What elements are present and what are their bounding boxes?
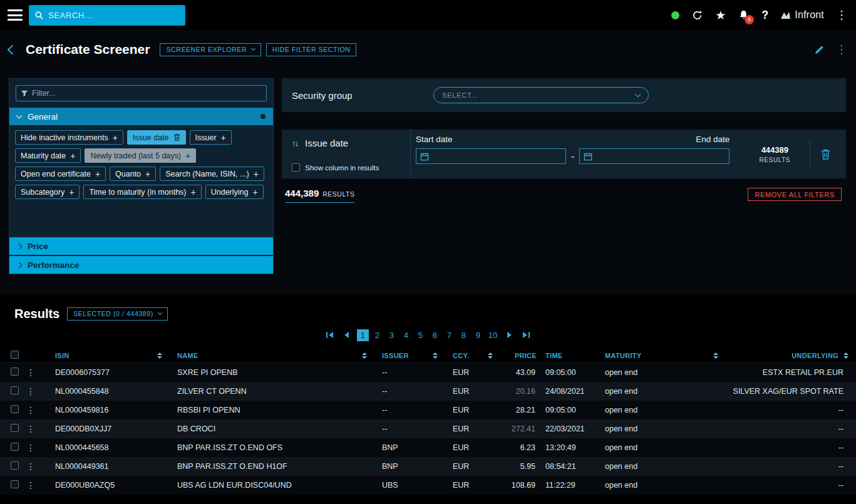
cell-maturity: open end (600, 387, 722, 396)
remove-issue-date-filter-icon[interactable] (810, 130, 840, 178)
hamburger-menu-icon[interactable] (8, 9, 23, 21)
row-checkbox[interactable] (11, 480, 19, 488)
row-checkbox[interactable] (11, 424, 19, 432)
table-row[interactable]: ⋮NL0000455848ZILVER CT OPENN--EUR20.1624… (0, 382, 856, 401)
start-date-input[interactable] (416, 148, 566, 164)
table-row[interactable]: ⋮DE000DB0XJJ7DB CROCI--EUR272.4122/03/20… (0, 419, 856, 438)
hide-filter-section-button[interactable]: HIDE FILTER SECTION (266, 43, 356, 56)
filter-chip-issuer[interactable]: Issuer+ (190, 130, 232, 145)
filter-chip-time-to-maturity-in-months[interactable]: Time to maturity (in months)+ (83, 185, 201, 199)
cell-isin: NL0000455848 (44, 387, 166, 396)
section-general[interactable]: General (9, 108, 273, 125)
page-button-7[interactable]: 7 (443, 329, 455, 341)
reorder-sort-icon[interactable]: ↑↓ (292, 138, 297, 148)
section-price[interactable]: Price (9, 237, 273, 255)
section-performance[interactable]: Performance (9, 256, 273, 274)
filter-chip-subcategory[interactable]: Subcategory+ (15, 185, 80, 199)
column-header-ccy[interactable]: CCY. (441, 352, 497, 359)
row-menu-icon[interactable]: ⋮ (26, 480, 35, 490)
show-column-checkbox[interactable]: Show column in results (292, 163, 400, 172)
filter-chip-search-name-isin[interactable]: Search (Name, ISIN, ...)+ (160, 167, 264, 181)
table-row[interactable]: ⋮DE0006075377SXRE PI OPENB--EUR43.0909:0… (0, 363, 856, 382)
pagination-pages: 12345678910 (356, 329, 500, 341)
filter-chip-hide-inactive-instruments[interactable]: Hide inactive instruments+ (15, 130, 123, 145)
search-input[interactable] (48, 11, 180, 20)
column-header-isin[interactable]: ISIN (44, 352, 166, 359)
filter-search-box[interactable] (16, 85, 267, 101)
plus-icon: + (95, 169, 100, 179)
security-group-select[interactable]: SELECT... (433, 87, 649, 103)
filter-chip-open-end-certificate[interactable]: Open end certificate+ (15, 167, 106, 181)
table-row[interactable]: ⋮NL0000459816RBSBI PI OPENN--EUR28.2109:… (0, 401, 856, 419)
row-menu-icon[interactable]: ⋮ (26, 424, 35, 434)
page-button-6[interactable]: 6 (429, 329, 441, 341)
filter-chip-quanto[interactable]: Quanto+ (110, 167, 156, 181)
next-page-button[interactable] (507, 332, 512, 338)
cell-time: 08:54:21 (540, 462, 600, 471)
results-title: Results (14, 307, 59, 321)
page-button-1[interactable]: 1 (357, 329, 369, 341)
cell-underlying: -- (722, 462, 856, 471)
screener-explorer-dropdown[interactable]: SCREENER EXPLORER (160, 43, 261, 56)
filter-count-value: 444389 (761, 145, 788, 155)
end-date-input[interactable] (579, 148, 730, 164)
refresh-icon[interactable] (691, 9, 703, 21)
plus-icon: + (69, 187, 74, 197)
table-row[interactable]: ⋮NL0000445658BNP PAR.ISS.ZT O.END OFSBNP… (0, 438, 856, 457)
table-row[interactable]: ⋮NL0000449361BNP PAR.ISS.ZT O.END H1OFBN… (0, 457, 856, 476)
row-checkbox[interactable] (11, 405, 19, 413)
cell-ccy: EUR (441, 406, 497, 414)
row-checkbox[interactable] (11, 368, 19, 376)
topbar-overflow-menu-icon[interactable]: ⋮ (836, 9, 847, 21)
row-menu-icon[interactable]: ⋮ (26, 386, 35, 396)
filter-chip-newly-traded-last-5-days[interactable]: Newly traded (last 5 days)+ (85, 148, 196, 163)
row-menu-icon[interactable]: ⋮ (26, 405, 35, 415)
table-row[interactable]: ⋮DE000UB0AZQ5UBS AG LDN EUR.DISC04/UNDUB… (0, 476, 856, 495)
global-search-box[interactable] (29, 5, 185, 26)
row-checkbox[interactable] (11, 443, 19, 451)
row-menu-icon[interactable]: ⋮ (26, 368, 35, 378)
filter-chip-issue-date[interactable]: Issue date (127, 130, 186, 145)
header-overflow-menu-icon[interactable]: ⋮ (836, 44, 847, 55)
column-header-maturity[interactable]: MATURITY (600, 352, 722, 359)
filter-chip-underlying[interactable]: Underlying+ (205, 185, 264, 199)
last-page-button[interactable] (523, 332, 530, 338)
page-button-8[interactable]: 8 (458, 329, 470, 341)
plus-icon: + (70, 151, 75, 161)
trash-icon[interactable] (173, 133, 180, 141)
notifications-bell-icon[interactable]: 6 (738, 9, 750, 21)
row-checkbox[interactable] (11, 461, 19, 470)
cell-issuer: -- (371, 387, 441, 396)
cell-ccy: EUR (441, 462, 497, 471)
row-checkbox[interactable] (11, 386, 19, 394)
row-menu-icon[interactable]: ⋮ (26, 461, 35, 471)
chip-label: Time to maturity (in months) (89, 188, 186, 197)
page-button-5[interactable]: 5 (415, 329, 426, 341)
column-header-price[interactable]: PRICE (497, 352, 540, 359)
row-menu-icon[interactable]: ⋮ (26, 443, 35, 453)
edit-pencil-icon[interactable] (814, 44, 825, 55)
favorites-star-icon[interactable]: ★ (715, 9, 726, 21)
prev-page-button[interactable] (344, 332, 349, 338)
page-button-3[interactable]: 3 (386, 329, 398, 341)
page-button-10[interactable]: 10 (487, 329, 499, 341)
help-icon[interactable]: ? (761, 9, 768, 22)
filter-chip-maturity-date[interactable]: Maturity date+ (15, 148, 81, 163)
column-header-name[interactable]: NAME (166, 352, 371, 359)
first-page-button[interactable] (326, 332, 333, 338)
remove-all-filters-button[interactable]: REMOVE ALL FILTERS (748, 188, 842, 201)
cell-maturity: open end (600, 424, 722, 433)
page-button-4[interactable]: 4 (400, 329, 412, 341)
column-header-underlying[interactable]: UNDERLYING (722, 352, 856, 359)
chevron-down-icon (635, 91, 641, 98)
chevron-down-icon (158, 311, 162, 315)
column-header-time[interactable]: TIME (540, 352, 600, 359)
total-count-value: 444,389 (285, 188, 319, 198)
page-button-2[interactable]: 2 (371, 329, 383, 341)
page-button-9[interactable]: 9 (472, 329, 484, 341)
back-button[interactable] (8, 44, 18, 54)
column-header-issuer[interactable]: ISSUER (371, 352, 441, 359)
selected-dropdown[interactable]: SELECTED (0 / 444389) (67, 307, 168, 321)
filter-input[interactable] (32, 89, 262, 98)
select-all-checkbox[interactable] (11, 351, 19, 359)
